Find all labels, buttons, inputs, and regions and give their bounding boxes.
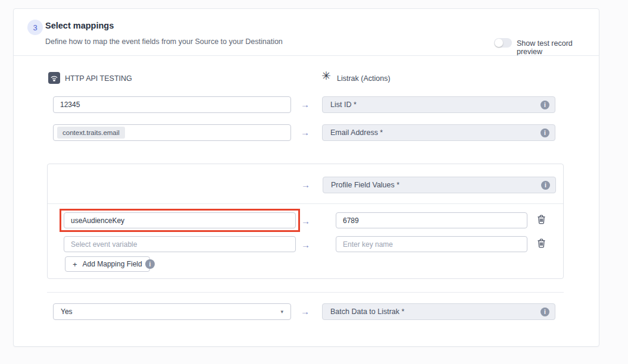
delete-row-button[interactable] (537, 215, 546, 226)
trash-icon (537, 239, 546, 248)
list-id-source-input[interactable] (53, 96, 291, 113)
destination-column-label: Listrak (Actions) (337, 74, 390, 83)
destination-field-label: List ID * (330, 101, 357, 109)
mapping-key-input-empty[interactable] (64, 236, 296, 252)
destination-field-label: Email Address * (330, 128, 383, 137)
arrow-icon: → (301, 216, 310, 225)
mapping-value-input[interactable] (336, 212, 527, 228)
mapping-key-input[interactable] (64, 212, 296, 228)
arrow-icon: → (301, 100, 310, 109)
delete-row-button[interactable] (537, 239, 546, 250)
info-icon[interactable]: i (540, 307, 549, 316)
profile-field-values-group: → Profile Field Values * i → → (47, 164, 564, 279)
batch-destination-field: Batch Data to Listrak * i (322, 303, 555, 320)
arrow-icon: → (301, 128, 310, 137)
toggle-knob (495, 39, 503, 47)
info-icon[interactable]: i (540, 128, 549, 137)
add-mapping-field-button[interactable]: + Add Mapping Field (65, 256, 150, 272)
http-api-source-icon (48, 72, 60, 84)
arrow-icon: → (301, 180, 310, 189)
arrow-icon: → (301, 240, 310, 249)
group-divider (48, 203, 563, 204)
add-mapping-field-label: Add Mapping Field (83, 260, 142, 268)
email-destination-field: Email Address * i (322, 124, 555, 141)
info-icon[interactable]: i (540, 101, 549, 109)
header-divider (14, 55, 599, 56)
selected-option: Yes (61, 307, 73, 316)
profile-destination-field: Profile Field Values * i (323, 177, 556, 193)
info-icon[interactable]: i (145, 259, 155, 269)
batch-source-select[interactable]: Yes ▾ (53, 303, 291, 320)
arrow-icon: → (301, 307, 310, 316)
list-id-destination-field: List ID * i (322, 96, 555, 113)
source-column-label: HTTP API TESTING (65, 74, 132, 83)
section-divider (47, 292, 564, 293)
mapping-value-input-empty[interactable] (336, 236, 527, 252)
show-test-record-preview-toggle[interactable] (494, 38, 512, 48)
destination-field-label: Batch Data to Listrak * (330, 307, 404, 316)
select-mappings-card: 3 Select mappings Define how to map the … (13, 8, 599, 347)
step-number-badge: 3 (27, 20, 43, 35)
email-source-input[interactable]: context.traits.email (53, 124, 291, 141)
destination-field-label: Profile Field Values * (331, 181, 399, 189)
trash-icon (537, 215, 546, 224)
toggle-label: Show test record preview (517, 39, 599, 56)
event-variable-token[interactable]: context.traits.email (57, 127, 125, 139)
chevron-down-icon: ▾ (280, 309, 283, 315)
plus-icon: + (73, 260, 77, 269)
listrak-destination-icon: ✳ (321, 70, 331, 81)
info-icon[interactable]: i (541, 181, 550, 190)
page-subtitle: Define how to map the event fields from … (45, 37, 283, 46)
page-title: Select mappings (45, 21, 114, 30)
